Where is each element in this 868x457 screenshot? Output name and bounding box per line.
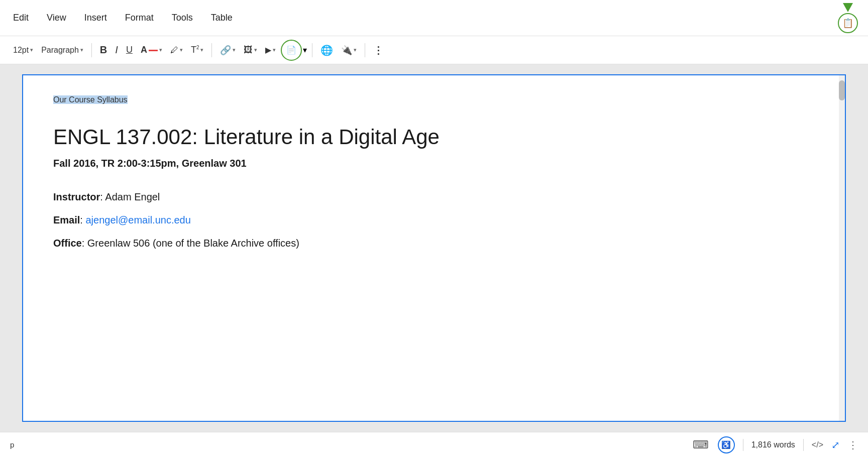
keyboard-icon[interactable]: ⌨	[692, 436, 710, 454]
language-icon: 🌐	[320, 44, 333, 56]
menu-insert[interactable]: Insert	[81, 11, 110, 25]
editor[interactable]: Our Course Syllabus ENGL 137.002: Litera…	[22, 74, 846, 422]
font-color-icon: A	[141, 45, 147, 55]
toolbar-divider-4	[365, 43, 365, 57]
bold-icon: B	[100, 44, 107, 56]
word-count: 1,816 words	[751, 440, 795, 449]
menu-edit[interactable]: Edit	[10, 11, 32, 25]
office-value: Greenlaw 506 (one of the Blake Archive o…	[87, 238, 299, 249]
scrollbar[interactable]	[839, 75, 845, 421]
expand-button[interactable]: ⤢	[831, 439, 840, 451]
language-button[interactable]: 🌐	[317, 42, 336, 58]
toolbar: 12pt ▾ Paragraph ▾ B I U A ▾ 🖊 ▾ T2 ▾ 🔗 …	[0, 36, 868, 64]
status-more-button[interactable]: ⋮	[848, 439, 858, 451]
image-button[interactable]: 🖼 ▾	[241, 43, 260, 57]
paragraph-style-chevron: ▾	[80, 47, 83, 53]
plugin-chevron: ▾	[354, 47, 357, 53]
link-chevron: ▾	[233, 47, 236, 53]
accessibility-symbol: ♿	[721, 440, 731, 449]
superscript-chevron: ▾	[200, 47, 203, 53]
instructor-label: Instructor	[53, 191, 100, 202]
active-button-indicator: 📋	[838, 3, 858, 33]
highlight-button[interactable]: 🖊 ▾	[167, 44, 186, 57]
editor-wrapper: Our Course Syllabus ENGL 137.002: Litera…	[0, 64, 868, 432]
status-paragraph: p	[10, 440, 692, 449]
status-paragraph-label: p	[10, 440, 14, 449]
italic-button[interactable]: I	[112, 42, 121, 58]
menu-table[interactable]: Table	[208, 11, 236, 25]
document-selected-title: Our Course Syllabus	[53, 95, 815, 104]
instructor-value: Adam Engel	[105, 191, 160, 202]
email-link[interactable]: ajengel@email.unc.edu	[85, 214, 190, 225]
email-field: Email: ajengel@email.unc.edu	[53, 212, 815, 227]
paste-special-button[interactable]: 📋	[838, 13, 858, 33]
highlight-icon: 🖊	[170, 46, 178, 55]
font-color-button[interactable]: A ▾	[138, 43, 165, 57]
underline-icon: U	[126, 45, 133, 55]
instructor-field: Instructor: Adam Engel	[53, 189, 815, 204]
menu-tools[interactable]: Tools	[169, 11, 196, 25]
image-chevron: ▾	[254, 47, 257, 53]
bold-button[interactable]: B	[97, 42, 110, 58]
toolbar-divider-2	[211, 43, 212, 57]
font-color-chevron: ▾	[159, 47, 162, 53]
course-title: ENGL 137.002: Literature in a Digital Ag…	[53, 125, 815, 150]
superscript-button[interactable]: T2 ▾	[188, 43, 207, 57]
italic-icon: I	[115, 44, 118, 56]
image-icon: 🖼	[244, 45, 253, 55]
superscript-icon: T2	[191, 45, 199, 55]
code-view-button[interactable]: </>	[812, 440, 823, 449]
toolbar-divider-1	[91, 43, 92, 57]
menu-bar: Edit View Insert Format Tools Table 📋	[0, 0, 868, 36]
media-button[interactable]: ▶ ▾	[262, 43, 279, 57]
toolbar-paste-indicator: 📄 ▾	[281, 40, 307, 61]
link-button[interactable]: 🔗 ▾	[217, 43, 239, 58]
toolbar-paste-button[interactable]: 📄	[281, 40, 302, 61]
font-size-chevron: ▾	[30, 47, 33, 53]
office-field: Office: Greenlaw 506 (one of the Blake A…	[53, 236, 815, 251]
toolbar-paste-icon: 📄	[286, 45, 296, 55]
paste-button-chevron: ▾	[303, 45, 307, 55]
menu-view[interactable]: View	[44, 11, 69, 25]
office-label: Office	[53, 238, 82, 249]
paragraph-style-selector[interactable]: Paragraph ▾	[38, 44, 86, 57]
paragraph-style-value: Paragraph	[41, 46, 79, 55]
plugin-icon: 🔌	[341, 45, 352, 56]
toolbar-divider-3	[312, 43, 312, 57]
green-arrow-icon	[843, 3, 853, 12]
status-divider-1	[743, 439, 743, 451]
font-size-selector[interactable]: 12pt ▾	[10, 44, 36, 57]
accessibility-icon[interactable]: ♿	[718, 436, 735, 453]
email-label: Email	[53, 214, 80, 225]
more-toolbar-icon: ⋮	[373, 44, 383, 56]
course-info: Fall 2016, TR 2:00-3:15pm, Greenlaw 301	[53, 158, 815, 169]
media-chevron: ▾	[273, 47, 276, 53]
status-bar: p ⌨ ♿ 1,816 words </> ⤢ ⋮	[0, 432, 868, 457]
more-toolbar-button[interactable]: ⋮	[370, 42, 386, 58]
font-size-value: 12pt	[13, 46, 29, 55]
highlight-chevron: ▾	[180, 47, 183, 53]
link-icon: 🔗	[220, 45, 231, 56]
scrollbar-thumb[interactable]	[839, 80, 845, 100]
paste-icon: 📋	[842, 18, 853, 29]
status-divider-2	[803, 439, 804, 451]
menu-format[interactable]: Format	[122, 11, 157, 25]
status-right-section: ⌨ ♿ 1,816 words </> ⤢ ⋮	[692, 436, 858, 454]
underline-button[interactable]: U	[123, 43, 136, 57]
plugin-button[interactable]: 🔌 ▾	[338, 43, 360, 58]
media-icon: ▶	[265, 45, 271, 55]
